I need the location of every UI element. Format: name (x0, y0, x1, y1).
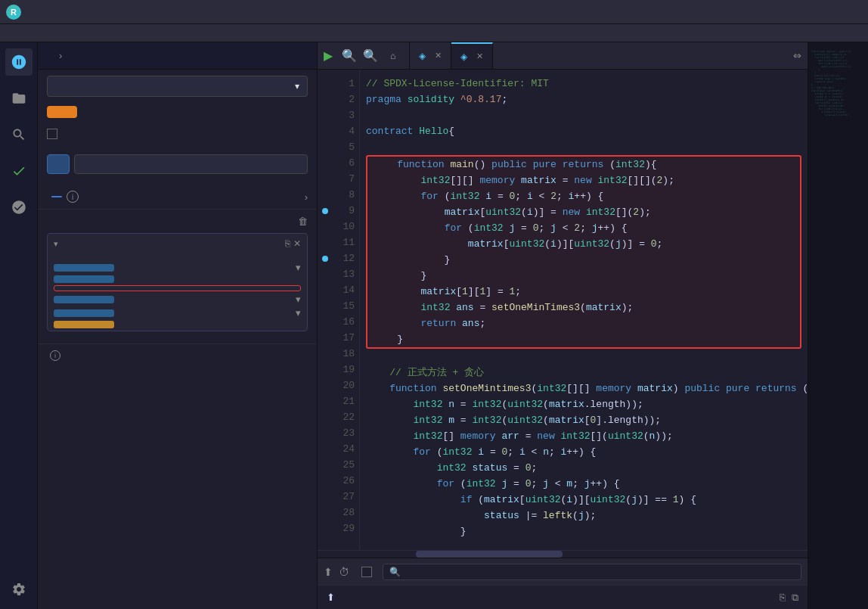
code-line-3 (366, 107, 801, 123)
editor-area: ▶ 🔍 🔍 ⌂ ◈ ✕ ◈ ✕ ⇔ 12345678910111213141 (318, 42, 808, 609)
chevron-down-icon: ▾ (295, 81, 299, 92)
code-line-7: int32[][] memory matrix = new int32[][](… (374, 172, 794, 188)
deploy-button[interactable] (47, 106, 77, 118)
menu-file[interactable] (3, 32, 15, 35)
app-icon: R (6, 5, 21, 20)
min-button[interactable] (54, 296, 114, 303)
code-line-9: matrix[uint32(i)] = new int32[](2); (374, 204, 794, 220)
min-dropdown-icon[interactable]: ▾ (296, 294, 301, 305)
code-line-17: } (374, 331, 794, 347)
tab-demo-sol[interactable]: ◈ ✕ (410, 42, 451, 69)
code-line-2: pragma solidity ^0.8.17; (366, 92, 801, 107)
menu-help[interactable] (51, 32, 64, 35)
output-row (54, 285, 301, 291)
logs-row: ⬆ ⎘ ⧉ (318, 585, 808, 609)
leftk-button[interactable] (54, 264, 114, 272)
function-row-leftk: ▾ (54, 262, 301, 273)
sidebar-item-compile[interactable] (5, 157, 33, 185)
process3-button[interactable] (54, 309, 114, 317)
sidebar-item-settings-bottom[interactable] (5, 576, 33, 603)
sidebar-item-search[interactable] (5, 121, 33, 148)
code-line-25: int32 status = 0; (366, 460, 801, 476)
logs-icons: ⎘ ⧉ (780, 592, 798, 604)
contract-select[interactable]: ▾ (47, 76, 308, 97)
sidebar: › ▾ i › (38, 42, 318, 609)
contract-collapse-icon[interactable]: ▾ (54, 239, 58, 249)
sidebar-item-git[interactable] (5, 194, 33, 221)
function-row-min: ▾ (54, 294, 301, 305)
low-level-info-icon[interactable]: i (50, 350, 60, 361)
function-row-process3: ▾ (54, 307, 301, 318)
low-level-title: i (47, 350, 308, 361)
menu-window[interactable] (39, 32, 51, 35)
breakpoint-margin (318, 70, 333, 550)
sidebar-item-files[interactable] (5, 85, 33, 112)
contract-select-section: ▾ (38, 70, 317, 103)
editor-tabs: ▶ 🔍 🔍 ⌂ ◈ ✕ ◈ ✕ ⇔ (318, 42, 808, 70)
horizontal-scrollbar[interactable] (318, 550, 808, 558)
contract-close-icon[interactable]: ✕ (293, 238, 301, 249)
code-line-15: int32 ans = setOneMinTimes3(matrix); (374, 300, 794, 315)
code-line-13: } (374, 268, 794, 284)
code-line-20: function setOneMintimes3(int32[][] memor… (366, 381, 801, 396)
code-line-21: int32 n = int32(uint32(matrix.length)); (366, 396, 801, 412)
main-button[interactable] (54, 275, 114, 283)
copy-icon[interactable]: ⎘ (285, 238, 290, 249)
code-line-11: matrix[uint32(i)][uint32(j)] = 0; (374, 236, 794, 252)
menubar (0, 24, 868, 42)
leftk-dropdown-icon[interactable]: ▾ (296, 262, 301, 273)
main-layout: › ▾ i › (0, 42, 868, 609)
zoom-in-button[interactable]: 🔍 (360, 45, 381, 67)
code-line-24: for (int32 i = 0; i < n; i++) { (366, 444, 801, 460)
search-bar[interactable]: 🔍 (383, 564, 801, 580)
code-line-14: matrix[1][1] = 1; (374, 284, 794, 300)
code-line-5 (366, 139, 801, 155)
listen-checkbox[interactable] (361, 567, 372, 577)
trash-icon[interactable]: 🗑 (298, 216, 308, 227)
info-icon[interactable]: i (67, 191, 79, 203)
sidebar-item-deploy[interactable] (5, 48, 33, 76)
expand-logs-icon[interactable]: ⬆ (327, 592, 335, 603)
menu-view[interactable] (27, 32, 39, 35)
function-row-main (54, 275, 301, 283)
transactions-count-badge (51, 196, 62, 197)
demo2-sol-close-icon[interactable]: ✕ (476, 51, 483, 61)
clear-logs-icon[interactable]: ⧉ (792, 592, 798, 604)
copy-logs-icon[interactable]: ⎘ (780, 592, 786, 604)
close-button[interactable] (850, 6, 862, 18)
minimize-button[interactable] (820, 6, 832, 18)
tab-demo2-sol[interactable]: ◈ ✕ (451, 42, 493, 69)
run-button[interactable]: ▶ (318, 45, 339, 67)
line-numbers: 1234567891011121314151617181920212223242… (333, 70, 360, 550)
code-line-19: // 正式方法 + 贪心 (366, 365, 801, 381)
tab-home[interactable]: ⌂ (381, 42, 410, 69)
at-address-button[interactable] (47, 154, 70, 174)
menu-edit[interactable] (15, 32, 27, 35)
transactions-expand-icon[interactable]: › (305, 191, 308, 203)
clock-icon[interactable]: ⏱ (339, 566, 349, 578)
minimap-content: function main() public{ int32[][] memory… (808, 42, 868, 124)
highlighted-region: function main() public pure returns (int… (366, 155, 801, 349)
setoneminset-button[interactable] (54, 321, 114, 328)
listen-row (361, 567, 377, 577)
expand-arrow-icon[interactable]: › (59, 50, 62, 61)
code-line-12: } (374, 252, 794, 268)
zoom-out-button[interactable]: 🔍 (339, 45, 360, 67)
deployed-contracts-section: 🗑 ▾ ⎘ ✕ ▾ (38, 210, 317, 343)
collapse-editor-icon[interactable]: ⇔ (787, 50, 808, 61)
scrollbar-thumb[interactable] (416, 551, 563, 558)
search-icon: 🔍 (389, 567, 401, 577)
low-level-interactions: i (38, 343, 317, 370)
deploy-section (38, 103, 317, 124)
search-input[interactable] (405, 567, 795, 577)
process3-dropdown-icon[interactable]: ▾ (296, 307, 301, 318)
publish-checkbox[interactable] (47, 129, 57, 139)
code-content[interactable]: // SPDX-License-Identifier: MITpragma so… (360, 70, 808, 550)
expand-icon[interactable]: ⬆ (324, 566, 333, 578)
maximize-button[interactable] (835, 6, 847, 18)
code-line-18 (366, 349, 801, 365)
code-line-1: // SPDX-License-Identifier: MIT (366, 76, 801, 92)
load-contract-input[interactable] (74, 154, 308, 174)
or-divider (47, 144, 308, 150)
demo-sol-close-icon[interactable]: ✕ (435, 51, 442, 61)
